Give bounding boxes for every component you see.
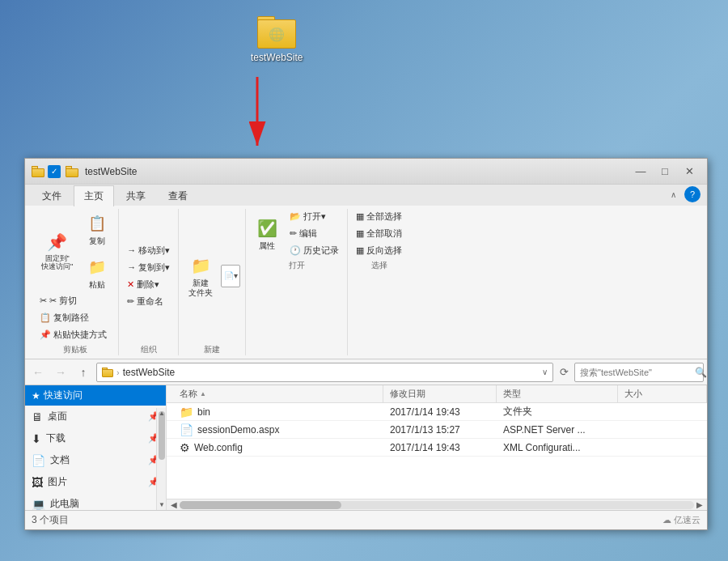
- window-title: testWebSite: [85, 166, 629, 177]
- folder-icon-large: 🌐: [257, 16, 296, 49]
- scroll-down-arrow[interactable]: ▼: [159, 501, 165, 508]
- tab-file[interactable]: 文件: [32, 185, 72, 206]
- select-all-button[interactable]: ▦全部选择: [353, 209, 405, 224]
- table-row[interactable]: ⚙ Web.config 2017/1/14 19:43 XML Configu…: [167, 439, 707, 457]
- ribbon: 文件 主页 共享 查看 ∧ ? 📌 固定到"快速访问": [25, 185, 707, 359]
- search-input[interactable]: [580, 368, 692, 377]
- refresh-button[interactable]: ⟳: [557, 365, 571, 380]
- ribbon-group-organize: →移动到▾ →复制到▾ ✕删除▾ ✏重命名 组织: [119, 209, 179, 355]
- open-button[interactable]: 📂打开▾: [286, 209, 342, 224]
- pin-button[interactable]: 📌 固定到"快速访问": [36, 227, 78, 274]
- paste-button[interactable]: 📁 粘贴: [81, 253, 113, 293]
- sidebar-item-downloads-label: 下载: [46, 431, 66, 445]
- delete-button[interactable]: ✕删除▾: [124, 277, 173, 292]
- file-date-bin: 2017/1/14 19:43: [383, 406, 497, 418]
- close-button[interactable]: ✕: [678, 163, 700, 181]
- scroll-up-arrow[interactable]: ▲: [159, 410, 165, 417]
- title-bar-folder-icon: [32, 166, 44, 177]
- edit-icon: ✏: [290, 228, 297, 239]
- address-folder-icon: [102, 368, 113, 377]
- organize-label: 组织: [141, 344, 157, 355]
- open-label: 打开: [289, 260, 305, 271]
- explorer-window: ✓ testWebSite — □ ✕ 文件 主页 共享 查看 ∧: [24, 158, 708, 530]
- breadcrumb-separator: ›: [116, 368, 120, 377]
- ribbon-help-button[interactable]: ?: [684, 186, 700, 202]
- main-area: ★ 快速访问 🖥 桌面 📌 ⬇ 下载 📌 📄 文档 📌: [25, 385, 707, 510]
- properties-button[interactable]: ✅ 属性: [251, 214, 283, 254]
- sidebar-item-documents[interactable]: 📄 文档 📌: [25, 449, 166, 471]
- minimize-button[interactable]: —: [629, 163, 652, 181]
- watermark-text: 亿速云: [674, 514, 700, 526]
- sidebar-item-downloads[interactable]: ⬇ 下载 📌: [25, 427, 166, 449]
- new-folder-label: 新建文件夹: [188, 278, 213, 298]
- scroll-thumb[interactable]: [180, 501, 341, 509]
- sidebar-item-desktop[interactable]: 🖥 桌面 📌: [25, 406, 166, 427]
- address-input[interactable]: › testWebSite ∨: [96, 363, 553, 382]
- maximize-button[interactable]: □: [654, 163, 676, 181]
- title-bar-checkmark: ✓: [48, 165, 61, 178]
- rename-icon: ✏: [127, 296, 134, 307]
- file-list-area: 名称 ▲ 修改日期 类型 大小: [167, 385, 707, 510]
- sidebar-item-computer-label: 此电脑: [50, 497, 79, 510]
- paste-shortcut-button[interactable]: 📌粘贴快捷方式: [36, 327, 113, 342]
- paste-icon: 📁: [86, 256, 108, 278]
- ribbon-tabs: 文件 主页 共享 查看 ∧ ?: [25, 185, 707, 206]
- new-item-button[interactable]: 📄▾: [221, 265, 240, 287]
- deselect-all-button[interactable]: ▦全部取消: [353, 226, 405, 241]
- new-folder-button[interactable]: 📁 新建文件夹: [184, 251, 218, 301]
- sidebar-scrollbar: ▲ ▼: [156, 408, 166, 510]
- copy-button[interactable]: 📋 复制: [81, 209, 113, 249]
- tab-share[interactable]: 共享: [116, 185, 156, 206]
- desktop: 🌐 testWebSite ✓: [0, 0, 728, 561]
- back-button[interactable]: ←: [28, 363, 48, 382]
- organize-buttons: →移动到▾ →复制到▾ ✕删除▾ ✏重命名: [124, 209, 173, 342]
- scroll-left-button[interactable]: ◀: [168, 499, 180, 511]
- file-name-bin: 📁 bin: [173, 406, 383, 419]
- select-all-icon: ▦: [356, 211, 364, 222]
- copy-to-button[interactable]: →复制到▾: [124, 260, 173, 275]
- col-header-date[interactable]: 修改日期: [383, 385, 497, 402]
- table-row[interactable]: 📄 sessionDemo.aspx 2017/1/13 15:27 ASP.N…: [167, 421, 707, 439]
- forward-button[interactable]: →: [51, 363, 70, 382]
- ribbon-group-open: ✅ 属性 📂打开▾ ✏编辑 🕐历史记录 打开: [246, 209, 348, 355]
- clipboard-label: 剪贴板: [63, 344, 87, 355]
- search-icon[interactable]: 🔍: [695, 367, 707, 378]
- sidebar-item-pictures-label: 图片: [48, 475, 67, 489]
- documents-icon: 📄: [32, 454, 45, 467]
- tab-home[interactable]: 主页: [74, 185, 114, 206]
- invert-select-button[interactable]: ▦反向选择: [353, 243, 405, 258]
- cloud-icon: ☁: [662, 515, 671, 525]
- move-to-button[interactable]: →移动到▾: [124, 243, 173, 258]
- pin-label: 固定到"快速访问": [41, 255, 73, 271]
- col-header-type[interactable]: 类型: [497, 385, 618, 402]
- edit-button[interactable]: ✏编辑: [286, 226, 342, 241]
- tab-view[interactable]: 查看: [158, 185, 198, 206]
- paste-shortcut-icon: 📌: [40, 329, 51, 340]
- open-icon: 📂: [290, 211, 301, 222]
- move-icon: →: [127, 245, 136, 255]
- sidebar-item-computer[interactable]: 💻 此电脑: [25, 493, 166, 510]
- cut-button[interactable]: ✂✂ 剪切: [36, 293, 113, 308]
- ribbon-collapse-button[interactable]: ∧: [665, 186, 681, 202]
- rename-button[interactable]: ✏重命名: [124, 294, 173, 309]
- paste-label: 粘贴: [89, 280, 105, 290]
- watermark: ☁ 亿速云: [662, 514, 700, 526]
- copy-label: 复制: [89, 236, 105, 246]
- col-header-name[interactable]: 名称 ▲: [173, 385, 383, 402]
- properties-icon: ✅: [256, 217, 278, 240]
- up-button[interactable]: ↑: [74, 363, 93, 382]
- copy-path-button[interactable]: 📋复制路径: [36, 310, 113, 325]
- col-header-size[interactable]: 大小: [618, 385, 707, 402]
- table-row[interactable]: 📁 bin 2017/1/14 19:43 文件夹: [167, 403, 707, 421]
- desktop-folder-icon[interactable]: 🌐 testWebSite: [251, 16, 303, 63]
- quick-access-label: 快速访问: [44, 389, 83, 402]
- file-type-session: ASP.NET Server ...: [497, 424, 618, 436]
- address-chevron[interactable]: ∨: [542, 368, 548, 376]
- computer-icon: 💻: [32, 498, 45, 511]
- history-button[interactable]: 🕐历史记录: [286, 243, 342, 258]
- sidebar-item-pictures[interactable]: 🖼 图片 📌: [25, 471, 166, 493]
- scroll-right-button[interactable]: ▶: [694, 499, 705, 511]
- item-count: 3 个项目: [32, 513, 69, 527]
- horizontal-scrollbar: ◀ ▶: [167, 499, 707, 510]
- desktop-icon-label: testWebSite: [251, 52, 303, 63]
